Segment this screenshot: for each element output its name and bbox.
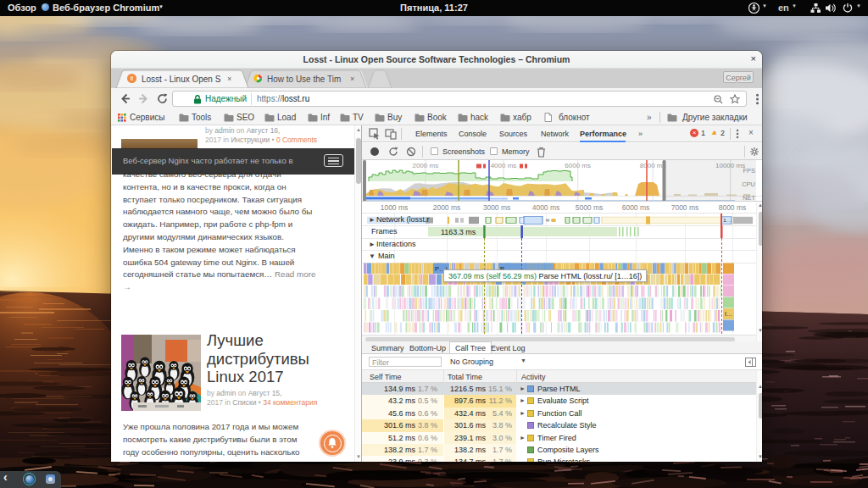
svg-text:FPS: FPS (743, 167, 755, 175)
svg-text:1…: 1… (723, 219, 732, 223)
svg-text:1163.3 ms: 1163.3 ms (441, 228, 476, 236)
svg-text:2000 ms: 2000 ms (412, 162, 438, 169)
svg-text:t…: t… (725, 311, 732, 317)
svg-text:4000 ms: 4000 ms (491, 162, 517, 169)
svg-text:CPU: CPU (742, 180, 755, 188)
svg-text:6000 ms: 6000 ms (565, 162, 591, 169)
svg-text:8000 ms: 8000 ms (640, 162, 666, 169)
